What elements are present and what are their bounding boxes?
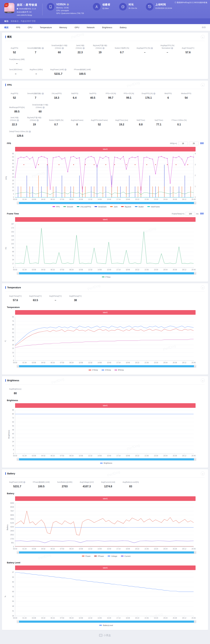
legend-item-Voltage[interactable]: Voltage xyxy=(108,555,117,557)
frametime-threshold-input[interactable] xyxy=(185,212,195,216)
stat-item: Smooth(稳帧指数)?7 xyxy=(27,92,44,99)
scrollbar-handle-left[interactable]: ||| xyxy=(17,620,19,623)
legend-item-SmallJank[interactable]: SmallJank xyxy=(95,206,106,208)
scrollbar-handle-left[interactable]: ||| xyxy=(17,202,19,204)
fps-reset-button[interactable]: 重置 xyxy=(200,142,204,144)
legend-item-FPS[interactable]: FPS xyxy=(53,206,60,208)
stat-item: Avg(InterFrame)0 xyxy=(71,119,83,126)
scrollbar-handle-left[interactable]: ||| xyxy=(17,551,19,554)
tab-Brightness[interactable]: Brightness xyxy=(102,24,112,31)
legend-item-BatteryLevel[interactable]: BatteryLevel xyxy=(99,624,113,626)
tab-Temperature[interactable]: Temperature xyxy=(40,24,52,31)
svg-text:01:34: 01:34 xyxy=(23,198,27,200)
collapse-battery-button[interactable]: ⌄ xyxy=(201,472,205,476)
help-icon[interactable]: ? xyxy=(65,69,66,71)
legend-item-1%Low(FPS)[interactable]: 1%Low(FPS) xyxy=(77,206,91,208)
tab-Memory[interactable]: Memory xyxy=(59,24,67,31)
stat-item: BigJank(严重卡顿) (/10min)?19 xyxy=(93,44,107,54)
scrollbar-handle-right[interactable]: ||| xyxy=(194,458,196,461)
scrollbar-handle-right[interactable]: ||| xyxy=(194,365,196,368)
fps-threshold-input-2[interactable] xyxy=(189,142,198,145)
collapse-brightness-button[interactable]: ⌄ xyxy=(201,378,205,382)
device-memory: Memory: 14.9G xyxy=(56,7,84,9)
battery-level-chart-scrollbar[interactable]: |||||| xyxy=(17,620,195,623)
collapse-overview-button[interactable]: ⌄ xyxy=(201,35,205,39)
svg-text:17: 17 xyxy=(12,262,14,264)
legend-item-Power[interactable]: Power xyxy=(82,555,91,557)
remark-bar[interactable]: 备注: 添加备注，不超过200个字符 xyxy=(0,18,210,24)
collapse-fps-button[interactable]: ⌄ xyxy=(201,83,205,87)
legend-item-FPower[interactable]: FPower xyxy=(94,555,104,557)
legend-item-BTemp[interactable]: BTemp xyxy=(115,369,124,371)
help-icon[interactable]: ? xyxy=(37,119,39,121)
svg-text:20:22: 20:22 xyxy=(135,362,139,364)
legend-item-Current[interactable]: Current xyxy=(121,555,131,557)
scrollbar-handle-right[interactable]: ||| xyxy=(194,620,196,623)
temperature-card: PerfDog PerfDog Temperature ⌄ Avg(CTemp)… xyxy=(2,283,208,375)
overview-stats-row-1: Avg(FPS)52Smooth(稳帧指数)?7SmallJank(微小卡顿) … xyxy=(5,44,205,65)
collapse-temperature-button[interactable]: ⌄ xyxy=(201,286,205,290)
svg-text:07:50: 07:50 xyxy=(60,617,64,619)
svg-text:09:24: 09:24 xyxy=(69,617,74,619)
svg-text:09:24: 09:24 xyxy=(69,548,74,550)
svg-text:60: 60 xyxy=(12,328,14,330)
tab-Network[interactable]: Network xyxy=(87,24,95,31)
tab-CPU[interactable]: CPU xyxy=(28,24,32,31)
fps-chart[interactable]: 051015202530354045505560650123400:0001:3… xyxy=(8,152,200,202)
help-icon[interactable]: ? xyxy=(23,481,25,483)
svg-text:12:32: 12:32 xyxy=(88,617,92,619)
help-icon[interactable]: ? xyxy=(83,47,85,49)
scrollbar-handle-right[interactable]: ||| xyxy=(194,202,196,204)
frametime-reset-button[interactable]: 重置 xyxy=(200,212,204,215)
scrollbar-handle-left[interactable]: ||| xyxy=(17,365,19,368)
battery-chart-scrollbar[interactable]: |||||| xyxy=(17,552,195,554)
fps-threshold-input-1[interactable] xyxy=(178,142,188,145)
help-icon[interactable]: ? xyxy=(29,131,31,132)
legend-item-FTime[interactable]: FTime xyxy=(102,276,111,278)
temperature-chart-scrollbar[interactable]: |||||| xyxy=(17,365,195,367)
frametime-chart-scrollbar[interactable]: |||||| xyxy=(17,272,195,274)
scrollbar-handle-left[interactable]: ||| xyxy=(17,272,19,275)
legend-item-InterFrame[interactable]: InterFrame xyxy=(147,206,160,208)
tab-概览[interactable]: 概览 xyxy=(4,24,9,31)
save-button[interactable]: 保存 xyxy=(202,26,206,29)
tab-Battery[interactable]: Battery xyxy=(120,24,126,31)
svg-text:0: 0 xyxy=(13,360,14,362)
scrollbar-handle-left[interactable]: ||| xyxy=(17,458,19,461)
help-icon[interactable]: ? xyxy=(42,47,44,49)
help-icon[interactable]: ? xyxy=(153,92,155,94)
legend-item-BigJank[interactable]: BigJank xyxy=(121,206,131,208)
help-icon[interactable]: ? xyxy=(62,47,64,49)
battery-chart[interactable]: 0851170225523403425451055956680676578508… xyxy=(8,502,200,551)
help-icon[interactable]: ? xyxy=(17,119,19,121)
legend-item-Brightness[interactable]: Brightness xyxy=(100,462,112,464)
scrollbar-handle-right[interactable]: ||| xyxy=(194,551,196,554)
temperature-chart-title: Temperature xyxy=(7,306,20,308)
brightness-chart[interactable]: 081624324048566472808800:0001:3403:0804:… xyxy=(8,409,200,458)
fps-chart-scrollbar[interactable]: |||||| xyxy=(17,202,195,204)
battery-card: PerfDog PerfDog PerfDog Battery ⌄ Avg(Po… xyxy=(2,469,208,630)
help-icon[interactable]: ? xyxy=(103,47,105,49)
temperature-chart[interactable]: 081523303845536068758300:0001:3403:0804:… xyxy=(8,316,200,365)
svg-text:12:32: 12:32 xyxy=(88,362,92,364)
tab-FPS[interactable]: FPS xyxy=(16,24,20,31)
brightness-chart-scrollbar[interactable]: |||||| xyxy=(17,458,195,460)
legend-item-CTemp[interactable]: CTemp xyxy=(89,369,98,371)
legend-item-Stutter[interactable]: Stutter xyxy=(135,206,144,208)
help-icon[interactable]: ? xyxy=(171,47,173,49)
battery-level-chart[interactable]: 3441485562697683909700:0001:3403:0804:42… xyxy=(8,571,200,620)
frametime-chart[interactable]: 0173451688510211913615317018700:0001:340… xyxy=(8,223,200,272)
help-icon[interactable]: ? xyxy=(43,106,45,108)
legend-item-Smooth[interactable]: Smooth xyxy=(63,206,73,208)
help-icon[interactable]: ? xyxy=(151,47,153,49)
game-title: 崩坏：星穹铁道 xyxy=(17,3,37,7)
stat-item: FPS>=25 [%]99.1 xyxy=(124,92,134,99)
legend-item-GTemp[interactable]: GTemp xyxy=(102,369,111,371)
help-icon[interactable]: ? xyxy=(42,92,44,94)
scrollbar-handle-right[interactable]: ||| xyxy=(194,272,196,275)
tab-GPU[interactable]: GPU xyxy=(75,24,79,31)
device-gpu: GPU: Qualcomm Adreno (TM) 735 xyxy=(56,12,84,14)
info-icon[interactable]: i xyxy=(67,4,69,6)
device-icon xyxy=(47,3,54,10)
legend-item-Jank[interactable]: Jank xyxy=(110,206,117,208)
